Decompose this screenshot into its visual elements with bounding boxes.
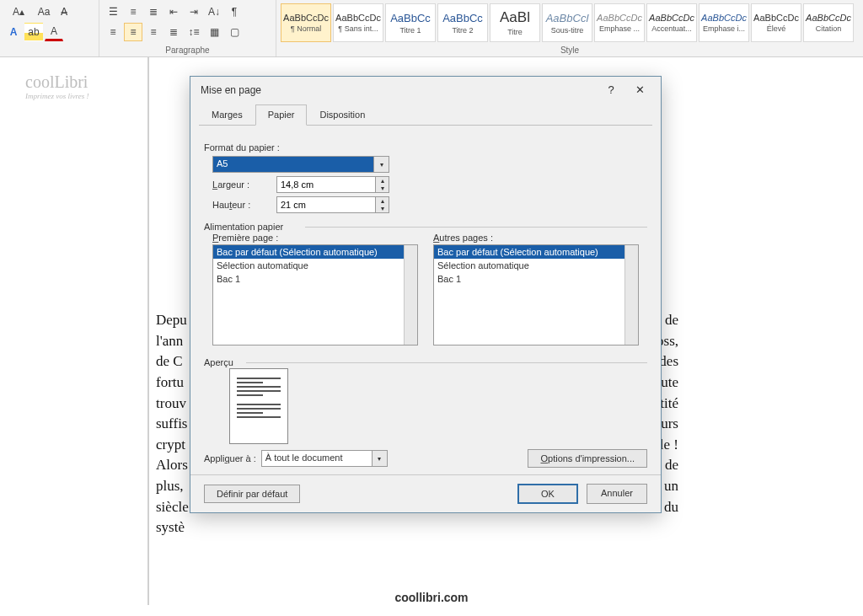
paper-format-combo[interactable]: A5 ▾	[212, 156, 389, 173]
page-setup-dialog: Mise en page ? ✕ Marges Papier Dispositi…	[190, 76, 662, 513]
tab-papier[interactable]: Papier	[255, 104, 308, 126]
style-swatch-5[interactable]: AaBbCclSous-titre	[542, 3, 592, 42]
ok-button[interactable]: OK	[517, 484, 578, 504]
other-pages-listbox[interactable]: Bac par défaut (Sélection automatique)Sé…	[433, 244, 639, 345]
align-left-icon[interactable]: ≡	[104, 23, 122, 41]
ribbon-group-styles: AaBbCcDc¶ NormalAaBbCcDc¶ Sans int...AaB…	[276, 0, 863, 56]
ribbon-group-font: A▴ Aa A̶ A ab A	[0, 0, 99, 56]
font-color-icon[interactable]: A	[45, 23, 63, 41]
footer-brand: coollibri.com	[0, 591, 863, 604]
tab-marges[interactable]: Marges	[199, 104, 255, 126]
ribbon-group-styles-label: Style	[280, 46, 860, 56]
other-pages-label: Autres pages :	[433, 233, 639, 243]
watermark-tagline: Imprimez vos livres !	[25, 92, 88, 100]
tab-disposition[interactable]: Disposition	[307, 104, 378, 126]
list-item[interactable]: Bac 1	[434, 272, 638, 286]
other-pages-feed: Autres pages : Bac par défaut (Sélection…	[433, 233, 639, 345]
justify-icon[interactable]: ≣	[164, 23, 183, 41]
indent-icon[interactable]: ⇥	[185, 3, 203, 21]
preview-thumbnail	[229, 368, 288, 444]
chevron-down-icon[interactable]: ▾	[373, 157, 389, 172]
style-swatch-4[interactable]: AaBlTitre	[490, 3, 540, 42]
first-page-label: Première page :	[212, 233, 418, 243]
apply-to-value: À tout le document	[262, 451, 372, 466]
font-size-up-icon[interactable]: A▴	[4, 3, 33, 21]
ribbon-group-paragraph: ☰ ≡ ≣ ⇤ ⇥ A↓ ¶ ≡ ≡ ≡ ≣ ↕≡ ▦ ▢ Paragraphe	[99, 0, 276, 56]
style-swatch-10[interactable]: AaBbCcDcCitation	[803, 3, 854, 42]
dialog-footer: Définir par défaut OK Annuler	[190, 474, 661, 512]
style-swatch-9[interactable]: AaBbCcDcÉlevé	[751, 3, 801, 42]
list-item[interactable]: Bac par défaut (Sélection automatique)	[213, 245, 417, 259]
chevron-down-icon[interactable]: ▾	[372, 451, 387, 466]
borders-icon[interactable]: ▢	[225, 23, 244, 41]
show-marks-icon[interactable]: ¶	[225, 3, 244, 21]
help-button[interactable]: ?	[597, 80, 625, 100]
multilevel-list-icon[interactable]: ≣	[144, 3, 163, 21]
bullets-icon[interactable]: ☰	[104, 3, 122, 21]
spinner-icon[interactable]: ▴▾	[375, 197, 389, 212]
largeur-input[interactable]: ▴▾	[276, 176, 389, 193]
text-effects-icon[interactable]: A	[4, 23, 23, 41]
align-right-icon[interactable]: ≡	[144, 23, 163, 41]
first-page-listbox[interactable]: Bac par défaut (Sélection automatique)Sé…	[212, 244, 418, 345]
hauteur-input[interactable]: ▴▾	[276, 196, 389, 213]
numbering-icon[interactable]: ≡	[124, 3, 142, 21]
scrollbar[interactable]	[624, 245, 638, 345]
outdent-icon[interactable]: ⇤	[164, 3, 183, 21]
ribbon-group-font-label	[3, 55, 95, 56]
paper-format-value: A5	[213, 157, 373, 172]
apply-to-label: Appliquer à :	[204, 453, 256, 463]
watermark-brand: coolLibri	[25, 72, 88, 92]
style-swatch-0[interactable]: AaBbCcDc¶ Normal	[281, 3, 331, 42]
highlight-icon[interactable]: ab	[24, 23, 43, 41]
watermark-logo: coolLibri Imprimez vos livres !	[25, 72, 88, 100]
style-swatch-2[interactable]: AaBbCcTitre 1	[385, 3, 436, 42]
align-center-icon[interactable]: ≡	[124, 23, 142, 41]
dialog-tabs: Marges Papier Disposition	[199, 104, 652, 126]
change-case-icon[interactable]: Aa	[35, 3, 53, 21]
hauteur-value[interactable]	[277, 197, 375, 212]
style-swatch-7[interactable]: AaBbCcDcAccentuat...	[646, 3, 697, 42]
print-options-button[interactable]: Options d'impression...	[528, 449, 647, 468]
list-item[interactable]: Sélection automatique	[213, 259, 417, 272]
spinner-icon[interactable]: ▴▾	[375, 177, 389, 192]
close-button[interactable]: ✕	[625, 80, 654, 100]
hauteur-label: Hauteur :	[212, 200, 276, 210]
largeur-value[interactable]	[277, 177, 375, 192]
style-swatch-3[interactable]: AaBbCcTitre 2	[437, 3, 488, 42]
scrollbar[interactable]	[404, 245, 417, 345]
dialog-titlebar: Mise en page ? ✕	[190, 77, 661, 104]
sort-icon[interactable]: A↓	[205, 3, 223, 21]
clear-format-icon[interactable]: A̶	[55, 3, 73, 21]
line-spacing-icon[interactable]: ↕≡	[185, 23, 203, 41]
set-default-button[interactable]: Définir par défaut	[204, 485, 300, 503]
first-page-feed: Première page : Bac par défaut (Sélectio…	[212, 233, 418, 345]
dialog-title: Mise en page	[201, 84, 597, 96]
dialog-body: Format du papier : A5 ▾ Largeur : ▴▾ Hau…	[190, 126, 661, 474]
largeur-label: Largeur :	[212, 179, 276, 190]
style-swatch-1[interactable]: AaBbCcDc¶ Sans int...	[333, 3, 383, 42]
style-swatch-8[interactable]: AaBbCcDcEmphase i...	[699, 3, 749, 42]
ribbon: A▴ Aa A̶ A ab A ☰ ≡ ≣ ⇤ ⇥ A↓ ¶ ≡	[0, 0, 863, 57]
shading-icon[interactable]: ▦	[205, 23, 223, 41]
list-item[interactable]: Bac par défaut (Sélection automatique)	[434, 245, 638, 259]
style-swatch-6[interactable]: AaBbCcDcEmphase ...	[594, 3, 645, 42]
ribbon-group-paragraph-label: Paragraphe	[103, 46, 272, 56]
list-item[interactable]: Bac 1	[213, 272, 417, 286]
list-item[interactable]: Sélection automatique	[434, 259, 638, 272]
cancel-button[interactable]: Annuler	[587, 484, 647, 504]
apply-to-combo[interactable]: À tout le document ▾	[261, 450, 388, 467]
format-label: Format du papier :	[204, 142, 647, 153]
